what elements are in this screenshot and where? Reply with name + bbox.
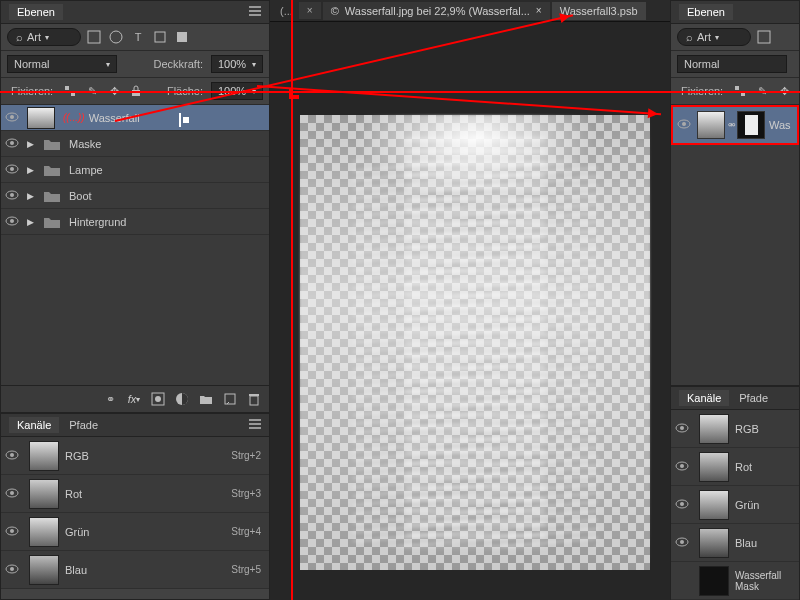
visibility-toggle[interactable] [1,112,23,124]
channels-tab[interactable]: Kanäle [679,390,729,406]
search-icon: ⌕ [686,31,693,43]
filter-pixel-icon[interactable] [755,28,773,46]
new-group-icon[interactable] [197,390,215,408]
mask-thumbnail[interactable] [737,111,765,139]
document-tab[interactable]: © Wasserfall.jpg bei 22,9% (Wasserfal...… [323,2,550,20]
expand-toggle[interactable]: ▶ [23,165,37,175]
canvas[interactable] [300,115,650,570]
layer-name[interactable]: Wasserfall [55,112,267,124]
visibility-toggle[interactable] [671,461,693,473]
channel-thumbnail [29,479,59,509]
svg-rect-2 [249,14,261,16]
channel-row[interactable]: Rot Strg+3 [1,475,269,513]
layer-row[interactable]: ▶ Boot [1,183,269,209]
blend-mode-dropdown[interactable]: Normal ▾ [7,55,117,73]
svg-point-15 [10,167,14,171]
visibility-toggle[interactable] [1,164,23,176]
channel-thumbnail [699,490,729,520]
layer-filter-type[interactable]: ⌕ Art ▾ [7,28,81,46]
channel-row[interactable]: Blau Strg+5 [1,551,269,589]
channel-row[interactable]: Grün Strg+4 [1,513,269,551]
expand-toggle[interactable]: ▶ [23,139,37,149]
filter-smartobj-icon[interactable] [173,28,191,46]
svg-rect-38 [735,86,739,90]
link-layers-icon[interactable]: ⚭ [101,390,119,408]
visibility-toggle[interactable] [1,216,23,228]
visibility-toggle[interactable] [1,526,23,538]
layer-mask-icon[interactable] [149,390,167,408]
layer-name[interactable]: Lampe [67,164,269,176]
visibility-toggle[interactable] [1,564,23,576]
channel-row[interactable]: RGB [671,410,799,448]
layer-name[interactable]: Hintergrund [67,216,269,228]
svg-point-21 [155,396,161,402]
new-layer-icon[interactable] [221,390,239,408]
blend-mode-dropdown[interactable]: Normal [677,55,787,73]
layer-row[interactable]: ▶ Hintergrund [1,209,269,235]
blend-mode-value: Normal [684,58,719,70]
channel-row[interactable]: Grün [671,486,799,524]
channels-tab[interactable]: Kanäle [9,417,59,433]
panel-menu-icon[interactable] [249,6,261,18]
layers-panel-tab[interactable]: Ebenen [679,4,733,20]
svg-point-4 [110,31,122,43]
copyright-icon: © [331,5,339,17]
visibility-toggle[interactable] [671,423,693,435]
svg-point-30 [10,453,14,457]
layer-name[interactable]: Maske [67,138,269,150]
document-tab[interactable]: × [299,2,321,19]
layer-fx-icon[interactable]: fx▾ [125,390,143,408]
delete-layer-icon[interactable] [245,390,263,408]
layers-panel-tab[interactable]: Ebenen [9,4,63,20]
visibility-toggle[interactable] [1,450,23,462]
expand-toggle[interactable]: ▶ [23,217,37,227]
channel-name: Blau [65,564,231,576]
channel-name: Wasserfall Mask [735,570,799,592]
filter-label: Art [697,31,711,43]
svg-rect-3 [88,31,100,43]
expand-toggle[interactable]: ▶ [23,191,37,201]
layer-name[interactable]: Boot [67,190,269,202]
channel-row[interactable]: Rot [671,448,799,486]
opacity-input[interactable]: 100% ▾ [211,55,263,73]
panel-menu-icon[interactable] [249,419,261,431]
layer-row[interactable]: ▶ Maske [1,131,269,157]
layer-row[interactable]: ▶ Lampe [1,157,269,183]
close-icon[interactable]: × [536,5,542,16]
paths-tab[interactable]: Pfade [731,390,776,406]
visibility-toggle[interactable] [671,499,693,511]
cursor-icon [179,114,181,126]
channel-row[interactable]: RGB Strg+2 [1,437,269,475]
svg-point-11 [10,115,14,119]
visibility-toggle[interactable] [1,488,23,500]
chevron-down-icon: ▾ [45,33,49,42]
tab-overflow[interactable]: (... [274,2,299,20]
adjustment-layer-icon[interactable] [173,390,191,408]
filter-pixel-icon[interactable] [85,28,103,46]
svg-rect-1 [249,10,261,12]
filter-shape-icon[interactable] [151,28,169,46]
layer-thumbnail[interactable] [27,107,55,129]
visibility-toggle[interactable] [671,537,693,549]
paths-tab[interactable]: Pfade [61,417,106,433]
layer-row[interactable]: ((...)) Wasserfall [1,105,269,131]
svg-rect-27 [249,423,261,425]
filter-type-icon[interactable]: T [129,28,147,46]
channel-shortcut: Strg+2 [231,450,269,461]
layer-name[interactable]: Was [765,119,797,131]
channel-row[interactable]: Blau [671,524,799,562]
layer-thumbnail[interactable] [697,111,725,139]
channel-thumbnail [699,528,729,558]
visibility-toggle[interactable] [673,119,695,131]
channel-row[interactable]: Wasserfall Mask [671,562,799,600]
visibility-toggle[interactable] [1,190,23,202]
annotation-line [0,91,800,93]
channel-name: Rot [735,461,799,473]
layer-row[interactable]: ⚮ Was [671,105,799,145]
visibility-toggle[interactable] [1,138,23,150]
svg-rect-7 [65,86,69,90]
layer-filter-type[interactable]: ⌕ Art ▾ [677,28,751,46]
filter-adjust-icon[interactable] [107,28,125,46]
svg-point-49 [680,540,684,544]
svg-rect-23 [225,394,235,404]
